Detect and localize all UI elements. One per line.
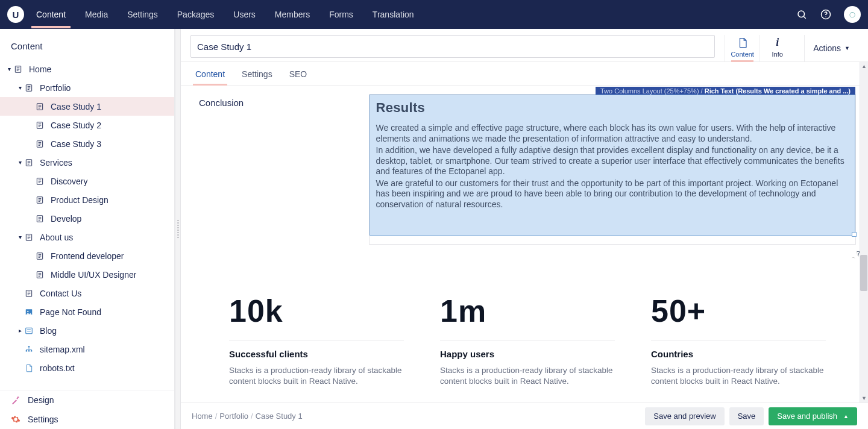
sub-tab-seo[interactable]: SEO — [289, 69, 307, 85]
sidebar-splitter[interactable] — [175, 29, 181, 429]
sitemap-icon — [24, 345, 34, 354]
stat-title: Happy users — [440, 349, 615, 359]
caret-down-icon: ▼ — [844, 45, 850, 51]
doc-icon — [35, 139, 45, 149]
tree-item-label: robots.txt — [40, 363, 75, 373]
tree-item[interactable]: Middle UI/UX Designer — [0, 265, 174, 284]
img-icon — [24, 307, 34, 317]
footer: Home/Portfolio/Case Study 1 Save and pre… — [181, 402, 868, 429]
breadcrumb: Home/Portfolio/Case Study 1 — [192, 412, 303, 421]
tree-item-label: Services — [40, 158, 72, 168]
topnav-item-members[interactable]: Members — [275, 1, 310, 28]
save-publish-label: Save and publish — [777, 412, 837, 421]
tree-item-label: Develop — [51, 214, 81, 224]
actions-dropdown[interactable]: Actions ▼ — [804, 35, 858, 61]
tree-item[interactable]: Develop — [0, 209, 174, 228]
tree-item[interactable]: ▾About us — [0, 228, 174, 246]
tree-item[interactable]: Case Study 1 — [0, 97, 174, 116]
tree-item-label: Blog — [40, 326, 57, 336]
tree-item[interactable]: sitemap.xml — [0, 340, 174, 359]
sub-tab-content[interactable]: Content — [195, 69, 225, 85]
avatar[interactable]: ◯ — [844, 6, 861, 23]
divider — [440, 340, 615, 340]
topnav-item-settings[interactable]: Settings — [127, 1, 158, 28]
tree-item[interactable]: ▸Blog — [0, 321, 174, 340]
block-heading: Results — [376, 100, 849, 116]
sidebar-settings[interactable]: Settings — [0, 410, 174, 429]
resize-handle[interactable] — [852, 232, 857, 237]
svg-point-57 — [27, 310, 28, 312]
breadcrumb-item[interactable]: Portfolio — [219, 412, 248, 421]
tree-item[interactable]: Contact Us — [0, 284, 174, 302]
tree-item[interactable]: ▾Portfolio — [0, 78, 174, 97]
file-icon — [737, 37, 748, 49]
tree-toggle-icon[interactable]: ▾ — [16, 159, 24, 166]
sidebar-settings-label: Settings — [28, 415, 58, 424]
sub-tab-settings[interactable]: Settings — [242, 69, 272, 85]
file-icon — [24, 363, 34, 373]
topnav-item-users[interactable]: Users — [233, 1, 256, 28]
svg-rect-62 — [26, 350, 27, 351]
tree-item[interactable]: Page Not Found — [0, 302, 174, 321]
search-icon[interactable] — [796, 8, 808, 20]
save-publish-button[interactable]: Save and publish ▲ — [769, 407, 857, 425]
stat-card: 50+CountriesStacks is a production-ready… — [651, 293, 826, 387]
sidebar-section-title: Content — [0, 29, 174, 60]
topnav-item-content[interactable]: Content — [36, 1, 66, 28]
tree-toggle-icon[interactable]: ▸ — [16, 327, 24, 334]
tree-toggle-icon[interactable]: ▾ — [5, 66, 13, 72]
app-tab-info[interactable]: i Info — [760, 35, 794, 61]
tree-item[interactable]: Discovery — [0, 172, 174, 190]
topnav-item-media[interactable]: Media — [85, 1, 108, 28]
sidebar: Content ▾Home▾PortfolioCase Study 1Case … — [0, 29, 175, 429]
grid-cell[interactable]: Two Columns Layout (25%+75%) / Rich Text… — [369, 94, 857, 245]
breadcrumb-item[interactable]: Home — [192, 412, 213, 421]
scrollbar-thumb[interactable] — [860, 255, 867, 291]
help-icon[interactable] — [820, 8, 832, 20]
breadcrumb-item[interactable]: Case Study 1 — [256, 412, 303, 421]
tree-item[interactable]: Frontend developer — [0, 246, 174, 265]
divider — [651, 340, 826, 340]
scroll-up-icon[interactable]: ▲ — [860, 62, 868, 70]
svg-point-3 — [825, 16, 826, 17]
editor: Content i Info Actions ▼ ContentSettings… — [181, 29, 868, 429]
tree-toggle-icon[interactable]: ▾ — [16, 234, 24, 240]
tree-item-label: Frontend developer — [51, 251, 124, 261]
scroll-down-icon[interactable]: ▼ — [860, 394, 868, 402]
app-tab-content[interactable]: Content — [725, 35, 760, 61]
tree-item[interactable]: Case Study 2 — [0, 116, 174, 134]
app-tab-info-label: Info — [772, 51, 782, 58]
rich-text-block[interactable]: Results We created a simple and effectiv… — [370, 95, 856, 236]
blog-icon — [24, 326, 34, 336]
topnav-item-packages[interactable]: Packages — [177, 1, 214, 28]
stat-value: 10k — [229, 293, 404, 329]
stat-desc: Stacks is a production-ready library of … — [229, 365, 404, 387]
property-label: Conclusion — [199, 94, 362, 245]
topnav-item-forms[interactable]: Forms — [329, 1, 353, 28]
tree-item-label: Page Not Found — [40, 307, 101, 317]
tree-item-label: Case Study 3 — [51, 139, 101, 149]
save-preview-button[interactable]: Save and preview — [645, 407, 724, 425]
info-icon: i — [776, 36, 779, 49]
sidebar-design[interactable]: Design — [0, 390, 174, 410]
stats-row: 10kSuccessful clientsStacks is a product… — [199, 293, 856, 387]
tree-item[interactable]: Product Design — [0, 190, 174, 209]
tree-toggle-icon[interactable]: ▾ — [16, 84, 24, 91]
topnav-item-translation[interactable]: Translation — [373, 1, 414, 28]
save-button[interactable]: Save — [729, 407, 764, 425]
scrollbar[interactable]: ▲ ▼ — [860, 62, 868, 402]
tree-item-label: Discovery — [51, 177, 87, 186]
tree: ▾Home▾PortfolioCase Study 1Case Study 2C… — [0, 60, 174, 390]
tree-item[interactable]: robots.txt — [0, 359, 174, 377]
tree-item[interactable]: ▾Services — [0, 153, 174, 172]
actions-label: Actions — [813, 43, 841, 53]
app-tab-content-label: Content — [731, 51, 754, 58]
tree-item-label: Middle UI/UX Designer — [51, 270, 136, 280]
block-path-b: Rich Text (Results We created a simple a… — [705, 87, 851, 95]
stat-title: Successful clients — [229, 349, 404, 359]
tree-item[interactable]: Case Study 3 — [0, 134, 174, 153]
tree-item[interactable]: ▾Home — [0, 60, 174, 78]
stat-card: 1mHappy usersStacks is a production-read… — [440, 293, 615, 387]
page-title-input[interactable] — [190, 35, 715, 58]
app-logo[interactable]: U — [7, 6, 24, 23]
